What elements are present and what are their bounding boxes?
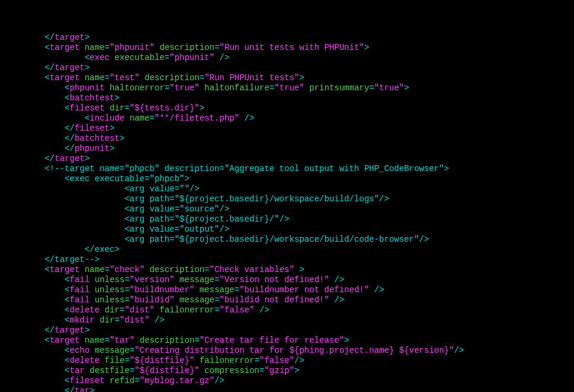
code-token: printsummary <box>310 83 370 93</box>
code-token: > <box>109 144 114 153</box>
code-token <box>200 366 204 375</box>
code-token <box>5 275 65 284</box>
code-token: dir <box>109 103 124 113</box>
code-token: > <box>299 73 304 83</box>
code-line: <phpunit haltonerror="true" haltonfailur… <box>5 83 569 93</box>
code-token: "${distfile}" <box>130 356 194 365</box>
code-line: </target--> <box>5 255 569 265</box>
code-token <box>109 53 114 62</box>
code-line: <arg value="output"/> <box>5 225 569 235</box>
code-token: "Run unit tests with PHPUnit" <box>219 43 364 52</box>
code-token <box>5 83 65 93</box>
code-token: <exec executable="phpcb"> <box>5 174 190 184</box>
code-token: < <box>65 305 70 315</box>
code-line: </exec> <box>5 245 569 255</box>
code-token <box>194 356 199 365</box>
code-token: < <box>65 366 70 375</box>
code-line: <target name="phpunit" description="Run … <box>5 43 569 53</box>
code-token: < <box>65 295 70 305</box>
code-token: < <box>65 93 70 103</box>
code-token: </target--> <box>5 255 100 264</box>
code-token: > <box>84 154 89 163</box>
code-token: file <box>105 356 125 365</box>
code-line: <arg value="source"/> <box>5 204 569 214</box>
code-token: target <box>55 63 84 72</box>
code-token <box>5 315 65 325</box>
code-token <box>5 265 45 274</box>
code-token: "false" <box>260 356 295 365</box>
code-line: <!--target name="phpcb" description="Agg… <box>5 164 569 174</box>
code-token: = <box>119 305 124 315</box>
code-token <box>5 285 65 295</box>
code-token: = <box>134 376 139 385</box>
code-token: dir <box>100 315 115 325</box>
code-token: < <box>65 376 70 385</box>
code-token: fileset <box>70 103 105 113</box>
code-token: "true" <box>374 83 404 93</box>
code-token: /> <box>329 275 344 284</box>
code-token: <arg value="source"/> <box>5 204 229 214</box>
code-token: > <box>84 33 89 42</box>
code-token <box>5 134 65 143</box>
code-token: unless <box>94 285 124 295</box>
code-token: < <box>45 43 49 52</box>
code-token: "dist" <box>125 305 154 315</box>
code-token: > <box>84 325 89 335</box>
code-token: target <box>50 336 80 345</box>
code-token: = <box>125 295 130 305</box>
code-token: > <box>90 386 94 392</box>
code-token <box>90 275 94 284</box>
code-token: /> <box>239 113 254 123</box>
code-token <box>304 83 309 93</box>
code-line: <exec executable="phpunit" /> <box>5 53 569 63</box>
code-token: batchtest <box>70 93 115 103</box>
code-token: message <box>200 285 235 295</box>
code-token: tar <box>75 386 90 392</box>
code-token: batchtest <box>75 134 120 143</box>
code-token <box>5 124 65 133</box>
code-token: < <box>84 113 89 123</box>
code-token <box>5 33 45 42</box>
code-token: name <box>84 336 105 345</box>
code-token <box>84 366 89 375</box>
code-token: haltonfailure <box>204 83 269 93</box>
code-token <box>5 103 65 113</box>
code-token: <arg path="${project.basedir}/workspace/… <box>5 235 429 244</box>
code-token: "myblog.tar.gz" <box>140 376 215 385</box>
code-line: </tar> <box>5 386 569 392</box>
code-token: < <box>65 103 70 113</box>
code-token <box>175 275 179 284</box>
code-token: "true" <box>275 83 304 93</box>
code-line: <fail unless="buildnumber" message="buil… <box>5 285 569 295</box>
code-token <box>100 305 105 315</box>
code-token <box>125 113 130 123</box>
code-token: <arg value="output"/> <box>5 225 229 234</box>
code-token <box>5 154 45 163</box>
code-token: > <box>109 124 114 133</box>
code-token <box>134 336 139 345</box>
code-line: <arg value=""/> <box>5 184 569 194</box>
code-token: = <box>125 103 130 113</box>
code-token <box>5 113 84 123</box>
code-token: "version" <box>130 275 175 284</box>
code-token <box>5 43 45 52</box>
code-token: < <box>45 336 49 345</box>
code-token <box>5 376 65 385</box>
code-token: fileset <box>75 124 110 133</box>
code-token <box>5 366 65 375</box>
code-token: executable <box>115 53 165 62</box>
code-token <box>5 305 65 315</box>
code-token: /> <box>454 346 464 355</box>
code-token: dir <box>105 305 119 315</box>
code-token: = <box>200 73 204 83</box>
code-token: </ <box>65 386 75 392</box>
code-token: target <box>50 73 80 83</box>
code-token <box>154 305 159 315</box>
code-token: "buildid" <box>130 295 175 305</box>
code-line: <fail unless="buildid" message="buildid … <box>5 295 569 305</box>
code-token: name <box>84 43 105 52</box>
code-token: </ <box>45 154 55 163</box>
code-line: <tar destfile="${distfile}" compression=… <box>5 366 569 376</box>
code-token: haltonerror <box>109 83 164 93</box>
code-token: </exec> <box>5 245 119 254</box>
